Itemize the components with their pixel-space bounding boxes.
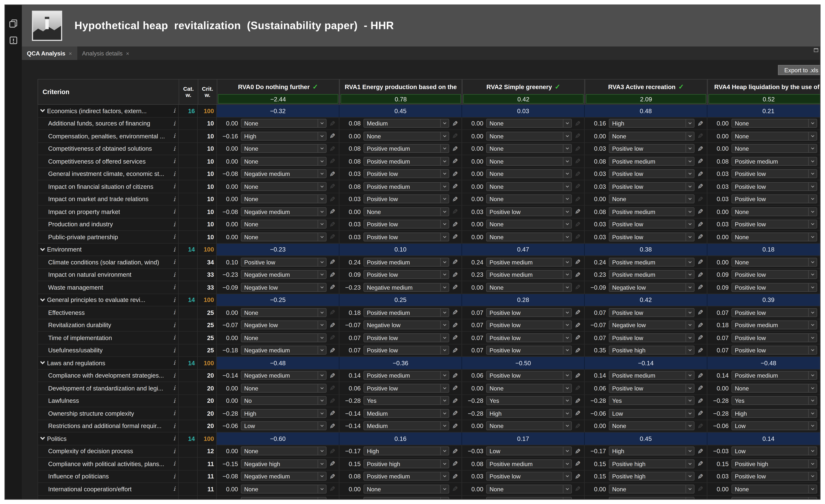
- edit-pencil-icon[interactable]: ✎: [451, 458, 459, 469]
- chevron-down-icon[interactable]: [317, 308, 326, 316]
- rating-dropdown[interactable]: Positive medium: [732, 157, 817, 166]
- rating-dropdown[interactable]: Negative medium: [241, 270, 326, 279]
- chevron-down-icon[interactable]: [685, 195, 694, 203]
- rating-dropdown[interactable]: Positive low: [732, 497, 817, 499]
- chevron-down-icon[interactable]: [685, 447, 694, 455]
- chevron-down-icon[interactable]: [563, 170, 571, 178]
- chevron-down-icon[interactable]: [808, 409, 817, 417]
- info-icon[interactable]: i: [173, 498, 175, 499]
- edit-pencil-icon[interactable]: ✎: [451, 332, 459, 343]
- chevron-down-icon[interactable]: [808, 208, 817, 215]
- edit-pencil-icon[interactable]: ✎: [573, 206, 582, 217]
- rating-dropdown[interactable]: Positive low: [364, 333, 449, 342]
- edit-pencil-icon[interactable]: ✎: [573, 269, 582, 280]
- rating-dropdown[interactable]: Medium: [364, 119, 449, 128]
- rating-dropdown[interactable]: Positive low: [732, 346, 817, 355]
- chevron-down-icon[interactable]: [317, 170, 326, 178]
- rating-dropdown[interactable]: None: [241, 308, 326, 317]
- rating-dropdown[interactable]: Low: [732, 447, 817, 456]
- chevron-down-icon[interactable]: [685, 283, 694, 291]
- chevron-down-icon[interactable]: [563, 498, 571, 499]
- rating-dropdown[interactable]: Positive medium: [609, 157, 694, 166]
- chevron-down-icon[interactable]: [317, 422, 326, 430]
- info-icon[interactable]: i: [173, 422, 175, 430]
- chevron-down-icon[interactable]: [685, 397, 694, 405]
- chevron-down-icon[interactable]: [808, 283, 817, 291]
- rating-dropdown[interactable]: None: [732, 258, 817, 267]
- chevron-down-icon[interactable]: [440, 220, 449, 228]
- edit-pencil-icon[interactable]: ✎: [451, 282, 459, 293]
- chevron-down-icon[interactable]: [38, 362, 47, 364]
- chevron-down-icon[interactable]: [563, 422, 571, 430]
- edit-pencil-icon[interactable]: ✎: [451, 219, 459, 230]
- rating-dropdown[interactable]: High: [241, 409, 326, 418]
- rating-dropdown[interactable]: Positive medium: [486, 270, 572, 279]
- chevron-down-icon[interactable]: [317, 460, 326, 467]
- rating-dropdown[interactable]: Positive low: [609, 182, 694, 191]
- edit-pencil-icon[interactable]: ✎: [819, 282, 820, 293]
- chevron-down-icon[interactable]: [808, 473, 817, 480]
- chevron-down-icon[interactable]: [563, 183, 571, 190]
- rating-dropdown[interactable]: Positive low: [364, 169, 449, 178]
- rating-dropdown[interactable]: Positive low: [732, 283, 817, 292]
- rating-dropdown[interactable]: Positive low: [241, 258, 326, 267]
- edit-pencil-icon[interactable]: ✎: [819, 445, 820, 457]
- rating-dropdown[interactable]: Positive medium: [609, 497, 694, 499]
- rating-dropdown[interactable]: Positive medium: [732, 371, 817, 380]
- tab-close-icon[interactable]: ×: [126, 50, 129, 56]
- chevron-down-icon[interactable]: [317, 132, 326, 140]
- rating-dropdown[interactable]: None: [241, 383, 326, 392]
- chevron-down-icon[interactable]: [808, 384, 817, 392]
- rating-dropdown[interactable]: None: [486, 157, 572, 166]
- rating-dropdown[interactable]: Negative medium: [241, 371, 326, 380]
- chevron-down-icon[interactable]: [808, 346, 817, 354]
- rating-dropdown[interactable]: Positive low: [609, 144, 694, 153]
- rating-dropdown[interactable]: Positive low: [364, 270, 449, 279]
- rating-dropdown[interactable]: Positive high: [609, 346, 694, 355]
- edit-pencil-icon[interactable]: ✎: [451, 118, 459, 129]
- rating-dropdown[interactable]: None: [486, 132, 572, 140]
- rating-dropdown[interactable]: None: [609, 195, 694, 204]
- info-icon[interactable]: i: [173, 246, 175, 253]
- rating-dropdown[interactable]: Negative low: [609, 283, 694, 292]
- chevron-down-icon[interactable]: [440, 157, 449, 165]
- rating-dropdown[interactable]: Positive low: [732, 169, 817, 178]
- info-icon[interactable]: i: [173, 120, 175, 127]
- rating-dropdown[interactable]: Positive low: [364, 232, 449, 241]
- chevron-down-icon[interactable]: [808, 195, 817, 203]
- chevron-down-icon[interactable]: [563, 321, 571, 329]
- chevron-down-icon[interactable]: [440, 195, 449, 203]
- chevron-down-icon[interactable]: [685, 132, 694, 140]
- chevron-down-icon[interactable]: [808, 321, 817, 329]
- info-icon[interactable]: i: [173, 158, 175, 165]
- edit-pencil-icon[interactable]: ✎: [696, 269, 704, 280]
- info-icon[interactable]: i: [173, 259, 175, 266]
- rating-dropdown[interactable]: Negative low: [241, 320, 326, 330]
- edit-pencil-icon[interactable]: ✎: [328, 130, 336, 142]
- info-icon[interactable]: i: [173, 384, 175, 392]
- chevron-down-icon[interactable]: [440, 308, 449, 316]
- rating-dropdown[interactable]: Positive low: [732, 472, 817, 481]
- chevron-down-icon[interactable]: [563, 447, 571, 455]
- chevron-down-icon[interactable]: [317, 233, 326, 241]
- chevron-down-icon[interactable]: [685, 157, 694, 165]
- report-warning-icon[interactable]: [5, 32, 22, 49]
- chevron-down-icon[interactable]: [317, 485, 326, 493]
- rating-dropdown[interactable]: Positive low: [486, 333, 572, 342]
- chevron-down-icon[interactable]: [317, 397, 326, 405]
- edit-pencil-icon[interactable]: ✎: [696, 395, 704, 406]
- rating-dropdown[interactable]: Negative medium: [241, 346, 326, 355]
- chevron-down-icon[interactable]: [685, 334, 694, 342]
- chevron-down-icon[interactable]: [808, 485, 817, 493]
- info-icon[interactable]: i: [173, 208, 175, 215]
- rating-dropdown[interactable]: None: [732, 207, 817, 216]
- rating-dropdown[interactable]: None: [486, 119, 572, 128]
- chevron-down-icon[interactable]: [440, 346, 449, 354]
- chevron-down-icon[interactable]: [440, 183, 449, 190]
- rating-dropdown[interactable]: None: [241, 484, 326, 493]
- chevron-down-icon[interactable]: [317, 321, 326, 329]
- chevron-down-icon[interactable]: [563, 208, 571, 215]
- chevron-down-icon[interactable]: [563, 485, 571, 493]
- edit-pencil-icon[interactable]: ✎: [451, 181, 459, 192]
- rating-dropdown[interactable]: Positive low: [732, 195, 817, 204]
